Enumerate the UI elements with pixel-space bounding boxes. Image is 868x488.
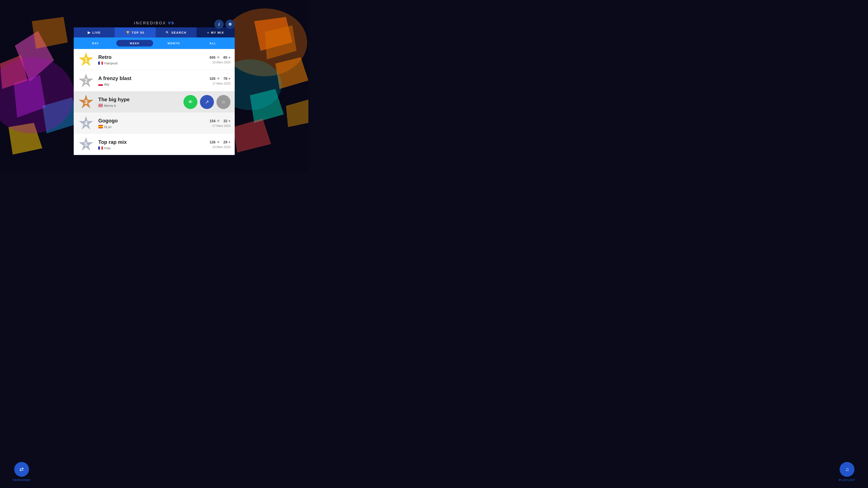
likes-1: 85 ♥: [223, 55, 230, 60]
search-label: SEARCH: [172, 31, 186, 34]
like-count-1: 85: [223, 55, 227, 60]
filter-all[interactable]: ALL: [194, 40, 231, 47]
mymix-label: MY MIX: [211, 31, 224, 34]
flag-1: [98, 62, 103, 65]
tab-search[interactable]: 🔍 SEARCH: [156, 28, 196, 37]
svg-text:2: 2: [85, 77, 88, 84]
svg-text:1: 1: [85, 56, 88, 62]
filter-month[interactable]: MONTH: [155, 40, 192, 47]
flag-5: [98, 146, 103, 150]
views-2: 326 👁: [210, 77, 220, 81]
eye-icon-2: 👁: [217, 77, 220, 81]
play-icon: 👁: [188, 99, 193, 104]
likes-5: 29 ♥: [223, 140, 230, 145]
live-label: LIVE: [92, 31, 101, 34]
likes-2: 78 ♥: [223, 77, 230, 81]
medal-svg-4: 4: [78, 115, 94, 131]
view-count-5: 126: [210, 140, 215, 145]
svg-text:5: 5: [85, 141, 88, 147]
track-author-4: Dj yo: [98, 125, 210, 128]
track-row-5[interactable]: 5 Top rap mix Polo 126 👁 29: [74, 134, 235, 155]
date-4: 17 Mars 2023: [210, 124, 230, 127]
stats-row-1: 665 👁 85 ♥: [210, 55, 230, 60]
eye-icon-5: 👁: [217, 141, 220, 144]
track-stats-4: 154 👁 32 ♥ 17 Mars 2023: [210, 119, 230, 127]
track-title-2: A frenzy blast: [98, 75, 210, 81]
track-title-4: Gogogo: [98, 118, 210, 124]
track-info-1: Retro Faksprod: [98, 54, 210, 65]
like-count-2: 78: [223, 77, 227, 81]
stats-row-2: 326 👁 78 ♥: [210, 77, 230, 81]
filter-day[interactable]: DAY: [77, 40, 114, 47]
track-row-4[interactable]: 4 Gogogo Dj yo 154 👁 32 ♥: [74, 113, 235, 134]
track-row-2[interactable]: 2 A frenzy blast Bily 326 👁 78: [74, 70, 235, 92]
medal-2: 2: [78, 73, 94, 89]
author-name-5: Polo: [104, 146, 111, 150]
views-1: 665 👁: [210, 55, 220, 60]
settings-button[interactable]: ⚙: [225, 20, 235, 29]
version-text: V9: [168, 21, 175, 25]
track-stats-5: 126 👁 29 ♥ 19 Mars 2023: [210, 140, 230, 149]
author-name-2: Bily: [104, 83, 109, 86]
nav-tabs: ▶ LIVE 🏆 TOP 50 🔍 SEARCH ≡ MY MIX: [74, 28, 235, 37]
eye-icon-4: 👁: [217, 119, 220, 123]
heart-icon-2: ♥: [228, 77, 231, 81]
track-author-2: Bily: [98, 83, 210, 86]
track-stats-1: 665 👁 85 ♥ 15 Mars 2023: [210, 55, 230, 64]
track-row-3[interactable]: 3 The big hype Benny b 👁 ↗ ☆: [74, 92, 235, 113]
tab-mymix[interactable]: ≡ MY MIX: [196, 28, 235, 37]
search-icon: 🔍: [166, 31, 170, 34]
date-2: 17 Mars 2023: [210, 82, 230, 85]
track-info-4: Gogogo Dj yo: [98, 118, 210, 128]
like-count-4: 32: [223, 119, 227, 123]
author-name-3: Benny b: [104, 104, 116, 108]
track-author-5: Polo: [98, 146, 210, 150]
svg-text:3: 3: [85, 98, 88, 105]
like-count-5: 29: [223, 140, 227, 145]
app-container: INCREDIBOX V9 i ⚙ ▶ LIVE 🏆 TOP 50 🔍 SEAR…: [74, 18, 235, 155]
date-5: 19 Mars 2023: [210, 145, 230, 149]
views-5: 126 👁: [210, 140, 220, 145]
filter-week[interactable]: WEEK: [116, 40, 153, 47]
view-count-2: 326: [210, 77, 215, 81]
likes-4: 32 ♥: [223, 119, 230, 123]
medal-1: 1: [78, 52, 94, 67]
medal-svg-1: 1: [78, 52, 94, 67]
mymix-icon: ≡: [207, 31, 209, 34]
tab-top50[interactable]: 🏆 TOP 50: [115, 28, 155, 37]
track-stats-2: 326 👁 78 ♥ 17 Mars 2023: [210, 77, 230, 85]
medal-4: 4: [78, 115, 94, 131]
action-buttons-3: 👁 ↗ ☆: [179, 92, 235, 113]
medal-svg-2: 2: [78, 73, 94, 89]
author-name-4: Dj yo: [104, 125, 112, 128]
play-button-3[interactable]: 👁: [183, 95, 197, 109]
top50-label: TOP 50: [132, 31, 145, 34]
favorite-button-3[interactable]: ☆: [216, 95, 230, 109]
track-title-5: Top rap mix: [98, 139, 210, 145]
heart-icon-5: ♥: [228, 141, 231, 144]
view-count-1: 665: [210, 55, 215, 60]
track-info-2: A frenzy blast Bily: [98, 75, 210, 86]
tab-live[interactable]: ▶ LIVE: [74, 28, 115, 37]
heart-icon-1: ♥: [228, 56, 231, 59]
flag-3: [98, 104, 103, 107]
top50-icon: 🏆: [126, 31, 130, 34]
top-icons: i ⚙: [214, 20, 235, 29]
track-row-1[interactable]: 1 Retro Faksprod 665 👁 85: [74, 49, 235, 70]
medal-svg-3: 3: [78, 94, 94, 110]
share-button-3[interactable]: ↗: [200, 95, 214, 109]
track-title-1: Retro: [98, 54, 210, 60]
title-bar: INCREDIBOX V9 i ⚙: [74, 18, 235, 28]
eye-icon-1: 👁: [217, 56, 220, 59]
flag-2: [98, 83, 103, 86]
track-list: 1 Retro Faksprod 665 👁 85: [74, 49, 235, 155]
view-count-4: 154: [210, 119, 215, 123]
medal-5: 5: [78, 136, 94, 152]
info-button[interactable]: i: [214, 20, 224, 29]
flag-4: [98, 125, 103, 128]
star-icon: ☆: [221, 99, 225, 104]
track-author-1: Faksprod: [98, 61, 210, 65]
live-icon: ▶: [88, 30, 91, 34]
author-name-1: Faksprod: [104, 61, 118, 65]
medal-3: 3: [78, 94, 94, 110]
